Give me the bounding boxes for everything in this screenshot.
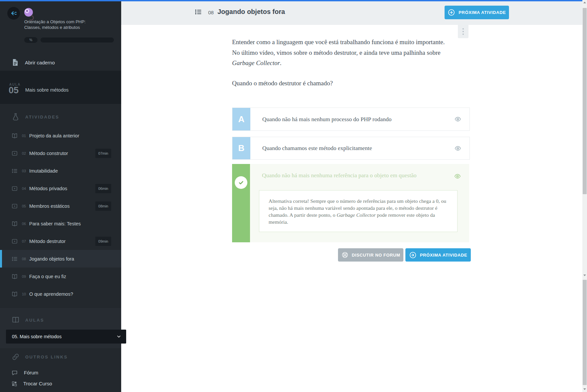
progress-percent-badge: % bbox=[24, 37, 38, 43]
activity-number: 05 bbox=[22, 204, 29, 208]
activity-title: O que aprendemos? bbox=[29, 291, 73, 297]
lesson-title: Mais sobre métodos bbox=[25, 87, 69, 93]
option-text: Quando chamamos este método explicitamen… bbox=[250, 137, 469, 159]
sidebar-item-projeto-da-aula-anterior[interactable]: 01 Projeto da aula anterior bbox=[0, 127, 121, 144]
arrow-right-circle-icon bbox=[409, 251, 417, 259]
activity-number: 10 bbox=[22, 292, 29, 296]
sidebar-item-o-que-aprendemos[interactable]: 10 O que aprendemos? bbox=[0, 285, 121, 303]
scrollbar-down-arrow-inner[interactable] bbox=[583, 274, 586, 276]
next-activity-button-top[interactable]: PRÓXIMA ATIVIDADE bbox=[445, 6, 509, 19]
intro-italic-term: Garbage Collector bbox=[232, 59, 280, 66]
discuss-forum-button[interactable]: DISCUTIR NO FORUM bbox=[338, 248, 403, 262]
duration-badge: 08min bbox=[95, 201, 111, 211]
grid-icon bbox=[11, 381, 17, 387]
video-icon bbox=[11, 238, 19, 245]
reveal-answer-eye-icon[interactable] bbox=[454, 145, 461, 152]
sidebar-item-metodo-destrutor[interactable]: 07 Método destrutor 09min bbox=[0, 232, 121, 250]
sidebar-item-faca-o-que-eu-fiz[interactable]: 09 Faça o que eu fiz bbox=[0, 268, 121, 285]
activity-number: 02 bbox=[22, 151, 29, 155]
activity-title: Faça o que eu fiz bbox=[29, 274, 66, 279]
discuss-forum-label: DISCUTIR NO FORUM bbox=[352, 253, 400, 258]
correct-option-body: Quando não há mais nenhuma referência pa… bbox=[250, 164, 469, 242]
book-closed-icon bbox=[11, 316, 20, 324]
scrollbar-thumb-inner[interactable] bbox=[583, 8, 587, 194]
collapse-sidebar-button[interactable] bbox=[7, 7, 20, 20]
activity-number: 07 bbox=[22, 239, 29, 243]
activity-number: 04 bbox=[22, 187, 29, 191]
activities-section-header: ATIVIDADES bbox=[0, 112, 132, 121]
sidebar-item-jogando-objetos-fora[interactable]: 08 Jogando objetos fora bbox=[0, 250, 121, 268]
activity-title: Membros estáticos bbox=[29, 203, 70, 209]
next-activity-label: PRÓXIMA ATIVIDADE bbox=[459, 10, 506, 15]
reveal-answer-eye-icon[interactable] bbox=[454, 173, 461, 180]
activity-header bbox=[121, 1, 582, 25]
book-icon bbox=[11, 291, 19, 297]
sidebar: Orientação a Objetos com PHP: Classes, m… bbox=[0, 0, 121, 392]
question-intro-paragraph: Entender como a linguagem que você está … bbox=[232, 37, 447, 68]
aulas-section-header: AULAS bbox=[0, 315, 132, 325]
duration-badge: 07min bbox=[95, 149, 111, 158]
life-buoy-icon bbox=[341, 251, 349, 259]
activity-number: 08 bbox=[22, 257, 29, 261]
activity-number-header: 08 bbox=[208, 10, 214, 15]
activities-header-label: ATIVIDADES bbox=[25, 115, 59, 119]
explanation-italic-term: Garbage Collector bbox=[337, 212, 376, 218]
duration-badge: 06min bbox=[95, 184, 111, 193]
activity-title: Imutabilidade bbox=[29, 168, 58, 174]
sidebar-item-para-saber-mais-testes[interactable]: 06 Para saber mais: Testes bbox=[0, 215, 121, 232]
video-icon bbox=[11, 150, 19, 157]
duration-badge: 09min bbox=[95, 237, 111, 246]
lesson-number: 05 bbox=[9, 85, 19, 96]
sidebar-item-metodo-construtor[interactable]: 02 Método construtor 07min bbox=[0, 144, 121, 162]
more-options-menu[interactable] bbox=[458, 25, 468, 38]
intro-text: Entender como a linguagem que você está … bbox=[232, 39, 445, 56]
option-letter: B bbox=[232, 137, 250, 159]
reveal-answer-eye-icon[interactable] bbox=[454, 116, 461, 123]
next-activity-button-bottom[interactable]: PRÓXIMA ATIVIDADE bbox=[405, 248, 471, 262]
quiz-list-icon bbox=[11, 168, 19, 174]
scrollbar-up-arrow[interactable] bbox=[583, 2, 586, 3]
scrollbar-thumb-outer[interactable] bbox=[583, 280, 587, 385]
sidebar-item-membros-estaticos[interactable]: 05 Membros estáticos 08min bbox=[0, 197, 121, 215]
collapse-arrow-icon bbox=[10, 9, 18, 17]
sidebar-item-imutabilidade[interactable]: 03 Imutabilidade bbox=[0, 162, 121, 180]
sidebar-link-trocar-curso[interactable]: Trocar Curso bbox=[0, 378, 132, 389]
lesson-select[interactable]: 05. Mais sobre métodos bbox=[6, 330, 126, 344]
top-accent-bar bbox=[0, 0, 582, 1]
progress-bar bbox=[41, 38, 114, 42]
book-icon bbox=[11, 273, 19, 280]
option-text: Quando não há mais nenhum processo do PH… bbox=[250, 108, 469, 130]
link-icon bbox=[11, 353, 20, 361]
activity-title: Métodos privados bbox=[29, 186, 67, 191]
notebook-icon bbox=[11, 58, 19, 66]
video-icon bbox=[11, 203, 19, 209]
answer-option-a[interactable]: A Quando não há mais nenhum processo do … bbox=[232, 108, 470, 131]
activity-title: Projeto da aula anterior bbox=[29, 133, 79, 138]
activity-number: 09 bbox=[22, 274, 29, 278]
other-links-header-label: OUTROS LINKS bbox=[25, 354, 68, 359]
answer-option-correct[interactable]: Quando não há mais nenhuma referência pa… bbox=[232, 164, 469, 242]
correct-option-strip bbox=[232, 164, 250, 242]
activity-title: Método destrutor bbox=[29, 239, 66, 244]
answer-option-b[interactable]: B Quando chamamos este método explicitam… bbox=[232, 137, 470, 160]
sidebar-link-forum[interactable]: Fórum bbox=[0, 367, 132, 378]
next-activity-label: PRÓXIMA ATIVIDADE bbox=[420, 253, 467, 258]
page-scrollbar[interactable] bbox=[582, 0, 587, 392]
open-notebook-button[interactable]: Abrir caderno bbox=[11, 58, 55, 66]
arrow-right-circle-icon bbox=[448, 9, 455, 16]
sidebar-item-metodos-privados[interactable]: 04 Métodos privados 06min bbox=[0, 180, 121, 197]
trocar-curso-link-label: Trocar Curso bbox=[23, 381, 52, 386]
flask-icon bbox=[11, 113, 20, 121]
kebab-dot bbox=[462, 28, 464, 30]
lesson-select-value: 05. Mais sobre métodos bbox=[12, 334, 116, 339]
scrollbar-down-arrow[interactable] bbox=[583, 388, 586, 390]
activity-number: 06 bbox=[22, 222, 29, 226]
video-icon bbox=[11, 185, 19, 192]
course-title: Orientação a Objetos com PHP: Classes, m… bbox=[24, 19, 117, 30]
kebab-dot bbox=[462, 31, 464, 32]
current-lesson-block: AULA 05 Mais sobre métodos bbox=[0, 71, 121, 104]
question-text: Quando o método destrutor é chamado? bbox=[232, 80, 447, 87]
aulas-header-label: AULAS bbox=[25, 318, 44, 323]
book-icon bbox=[11, 132, 19, 139]
quiz-list-icon bbox=[11, 256, 19, 262]
